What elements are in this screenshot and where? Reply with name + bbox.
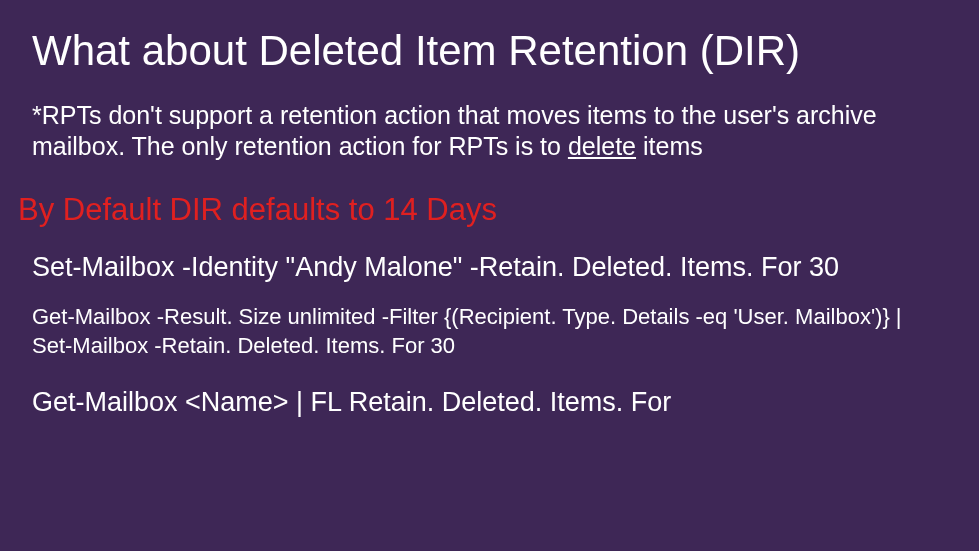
body-post: items [636,132,703,160]
command-get-set-mailbox: Get-Mailbox -Result. Size unlimited -Fil… [32,303,947,360]
slide: What about Deleted Item Retention (DIR) … [0,0,979,551]
command-get-mailbox-fl: Get-Mailbox <Name> | FL Retain. Deleted.… [32,386,947,418]
body-paragraph: *RPTs don't support a retention action t… [32,100,947,163]
page-title: What about Deleted Item Retention (DIR) [32,28,947,74]
body-pre: *RPTs don't support a retention action t… [32,101,877,160]
command-set-mailbox: Set-Mailbox -Identity "Andy Malone" -Ret… [32,251,947,283]
body-underlined: delete [568,132,636,160]
subtitle: By Default DIR defaults to 14 Days [18,193,947,227]
